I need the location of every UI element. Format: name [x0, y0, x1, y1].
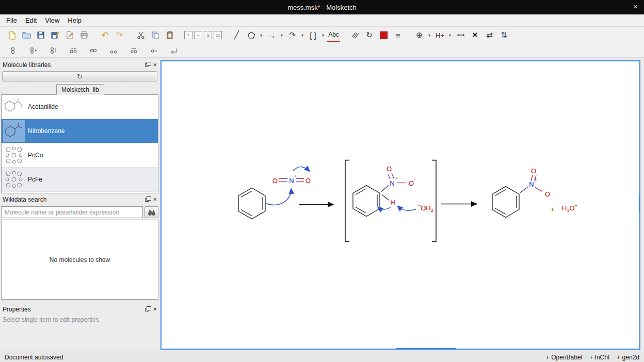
bond-order-icon[interactable] [127, 44, 140, 57]
molecule-search-input[interactable] [1, 206, 143, 218]
connect-atoms-tool-icon[interactable] [454, 29, 467, 42]
paste-icon[interactable] [163, 29, 176, 42]
mechanism-arrow-dropdown-icon[interactable]: ▾ [300, 33, 305, 38]
wikidata-panel-header: Wikidata search × [0, 195, 159, 204]
charge-tool-icon[interactable]: ⊕ [413, 29, 426, 42]
flip-vertical-tool-icon[interactable]: ⇅ [497, 29, 510, 42]
product-o-charge: − [550, 187, 553, 192]
product-o-right: O [545, 190, 550, 198]
window-close-icon[interactable]: × [633, 2, 638, 11]
library-item-acetanilide[interactable]: Acetanilide [2, 95, 158, 119]
hydrogen-dropdown-icon[interactable]: ▾ [447, 33, 453, 38]
bond-angle-icon[interactable] [167, 44, 180, 57]
wikidata-close-icon[interactable]: × [153, 197, 157, 202]
add-hydrogen-icon[interactable] [26, 44, 39, 57]
nitronium-o-left: O [272, 177, 278, 185]
nitrobenzene-structure-icon [3, 120, 25, 142]
plugin-openbabel[interactable]: + OpenBabel [546, 354, 582, 361]
bracket-dropdown-icon[interactable]: ▾ [320, 33, 326, 38]
menu-bar: File Edit View Help [0, 14, 644, 27]
library-item-label: PcCo [28, 152, 43, 159]
title-bar[interactable]: mess.msk* - Molsketch × [0, 0, 644, 14]
library-item-label: PcFe [28, 176, 42, 183]
canvas-horizontal-scrollbar[interactable] [396, 348, 456, 350]
zoom-original-icon[interactable]: 1 [204, 31, 212, 39]
properties-float-icon[interactable] [145, 308, 149, 311]
main-content: Molecule libraries × ↻ Molsketch_lib [0, 58, 644, 352]
mechanism-arrow-nitronium-curl[interactable] [293, 167, 310, 171]
reaction-arrow-tool-icon[interactable]: → [265, 29, 278, 42]
canvas-vertical-scrollbar[interactable] [639, 194, 640, 212]
pcco-structure-icon [3, 144, 25, 166]
wikidata-results: No molecules to show [1, 220, 158, 300]
lone-pair-icon[interactable] [67, 44, 79, 57]
redo-icon[interactable]: ↷ [113, 29, 126, 42]
nitronium-ion[interactable]: O N + O [272, 174, 311, 185]
open-document-icon[interactable] [20, 29, 33, 42]
status-bar: Document autosaved + OpenBabel + InChI +… [0, 352, 644, 362]
ring-tool-dropdown-icon[interactable]: ▾ [259, 33, 264, 38]
cut-icon[interactable] [134, 29, 147, 42]
plugin-inchi[interactable]: + InChI [589, 354, 609, 361]
atom-toolbar [0, 43, 644, 58]
bracket-tool-icon[interactable]: [ ] [307, 29, 319, 42]
line-width-tool-icon[interactable]: ≡ [392, 29, 405, 42]
copy-icon[interactable] [149, 29, 162, 42]
menu-view[interactable]: View [41, 15, 63, 26]
text-tool-icon[interactable]: Abc [327, 29, 340, 42]
main-toolbar: ↶ ↷ + − 1 ▭ ╱ ▾ → ▾ ↷ ▾ [ ] ▾ Abc ↻ [0, 27, 644, 43]
intermediate-complex[interactable]: N + O O − [345, 160, 436, 242]
draw-bond-tool-icon[interactable]: ╱ [230, 29, 243, 42]
libraries-close-icon[interactable]: × [153, 62, 157, 68]
properties-close-icon[interactable]: × [153, 307, 157, 312]
save-as-icon[interactable] [49, 29, 61, 42]
refresh-libraries-button[interactable]: ↻ [2, 71, 157, 81]
mechanism-arrow-water-to-h[interactable] [397, 206, 416, 210]
plugin-gen2d[interactable]: + gen2d [617, 354, 639, 361]
radical-icon[interactable] [87, 44, 100, 57]
atom-valence-icon[interactable] [6, 44, 19, 57]
flip-horizontal-tool-icon[interactable]: ⇄ [483, 29, 496, 42]
new-document-icon[interactable] [5, 29, 18, 42]
zoom-in-icon[interactable]: + [184, 31, 192, 39]
menu-edit[interactable]: Edit [21, 15, 41, 26]
zoom-out-icon[interactable]: − [194, 31, 202, 39]
search-button[interactable] [144, 206, 158, 218]
hydronium-ion[interactable]: H3O+ [562, 203, 577, 213]
hatch-tool-icon[interactable] [348, 29, 361, 42]
libraries-panel-title: Molecule libraries [3, 61, 145, 69]
hydrogen-tool-icon[interactable]: H+ [433, 29, 446, 42]
mechanism-arrow-benzene-to-nitronium[interactable] [266, 189, 291, 205]
intermediate-o-right: O [409, 179, 414, 187]
library-item-pcco[interactable]: PcCo [2, 143, 158, 168]
properties-panel-header: Properties × [0, 305, 159, 314]
library-item-nitrobenzene[interactable]: Nitrobenzene [2, 119, 158, 143]
mechanism-arrow-tool-icon[interactable]: ↷ [286, 29, 299, 42]
drawing-canvas[interactable]: O N + O [160, 60, 640, 350]
intermediate-o-charge: − [414, 176, 416, 182]
export-document-icon[interactable] [63, 29, 76, 42]
library-item-pcfe[interactable]: PcFe [2, 168, 158, 192]
save-document-icon[interactable] [34, 29, 47, 42]
zoom-fit-icon[interactable]: ▭ [214, 31, 222, 39]
bond-length-icon[interactable] [147, 44, 160, 57]
undo-icon[interactable]: ↶ [99, 29, 111, 42]
tab-molsketch-lib[interactable]: Molsketch_lib [56, 84, 104, 95]
print-icon[interactable] [77, 29, 90, 42]
water-molecule[interactable]: −OH2 [397, 203, 433, 213]
ring-tool-icon[interactable] [245, 29, 257, 42]
atom-pair-icon[interactable] [107, 44, 120, 57]
menu-help[interactable]: Help [63, 15, 86, 26]
menu-file[interactable]: File [2, 15, 21, 26]
color-swatch[interactable] [377, 29, 390, 42]
libraries-float-icon[interactable] [145, 63, 149, 67]
wikidata-panel-title: Wikidata search [3, 196, 145, 203]
charge-dropdown-icon[interactable]: ▾ [427, 33, 432, 38]
reactant-benzene[interactable] [238, 188, 265, 219]
delete-tool-icon[interactable]: × [469, 29, 481, 42]
reaction-arrow-dropdown-icon[interactable]: ▾ [279, 33, 284, 38]
product-nitrobenzene[interactable]: N + O O − [492, 167, 553, 218]
rotate-tool-icon[interactable]: ↻ [363, 29, 376, 42]
wikidata-float-icon[interactable] [145, 198, 149, 202]
remove-hydrogen-icon[interactable] [46, 44, 59, 57]
